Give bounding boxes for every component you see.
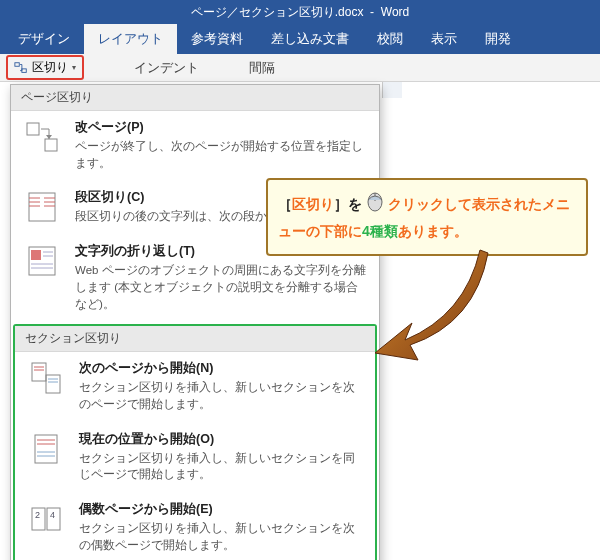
tab-mailings[interactable]: 差し込み文書 — [257, 24, 363, 54]
spacing-group-label: 間隔 — [249, 59, 275, 77]
svg-text:4: 4 — [50, 510, 55, 520]
callout-highlight: 区切り — [292, 196, 334, 212]
column-break-icon — [25, 189, 59, 225]
callout-text: ［ — [278, 196, 292, 212]
filename: ページ／セクション区切り.docx — [191, 5, 364, 19]
chevron-down-icon: ▾ — [72, 63, 76, 72]
next-page-icon — [29, 360, 63, 396]
tab-review[interactable]: 校閲 — [363, 24, 417, 54]
item-desc: Web ページのオブジェクトの周囲にある文字列を分離します (本文とオブジェクト… — [75, 262, 369, 312]
tab-design[interactable]: デザイン — [4, 24, 84, 54]
svg-rect-18 — [32, 363, 46, 381]
mouse-icon — [366, 190, 384, 220]
item-title: 偶数ページから開始(E) — [79, 501, 365, 518]
window-title: ページ／セクション区切り.docx - Word — [191, 4, 409, 21]
item-desc: セクション区切りを挿入し、新しいセクションを次の偶数ページで開始します。 — [79, 520, 365, 553]
section-breaks-group: セクション区切り 次のページから開始(N) セクション区切りを挿入し、新しいセク… — [13, 324, 377, 560]
page-break-icon — [25, 119, 59, 155]
callout-count: 4種類 — [362, 223, 398, 239]
svg-rect-13 — [31, 250, 41, 260]
svg-text:2: 2 — [35, 510, 40, 520]
section-breaks-header: セクション区切り — [15, 326, 375, 352]
svg-rect-5 — [29, 193, 55, 221]
annotation-arrow — [370, 245, 490, 365]
even-page-icon: 24 — [29, 501, 63, 537]
svg-rect-24 — [35, 435, 57, 463]
svg-rect-0 — [15, 62, 19, 66]
item-title: 改ページ(P) — [75, 119, 369, 136]
item-desc: セクション区切りを挿入し、新しいセクションを同じページで開始します。 — [79, 450, 365, 483]
ribbon-toolbar: 区切り ▾ インデント 間隔 — [0, 54, 600, 82]
title-bar: ページ／セクション区切り.docx - Word — [0, 0, 600, 24]
menu-item-page-break[interactable]: 改ページ(P) ページが終了し、次のページが開始する位置を指定します。 — [11, 111, 379, 181]
breaks-icon — [14, 61, 28, 75]
item-desc: セクション区切りを挿入し、新しいセクションを次のページで開始します。 — [79, 379, 365, 412]
item-desc: ページが終了し、次のページが開始する位置を指定します。 — [75, 138, 369, 171]
continuous-icon — [29, 431, 63, 467]
svg-rect-3 — [45, 139, 57, 151]
annotation-callout: ［区切り］を クリックして表示されたメニューの下部に4種類あります。 — [266, 178, 588, 256]
breaks-dropdown: ページ区切り 改ページ(P) ページが終了し、次のページが開始する位置を指定しま… — [10, 84, 380, 560]
menu-item-continuous[interactable]: 現在の位置から開始(O) セクション区切りを挿入し、新しいセクションを同じページ… — [15, 423, 375, 493]
item-title: 次のページから開始(N) — [79, 360, 365, 377]
menu-item-even-page[interactable]: 24 偶数ページから開始(E) セクション区切りを挿入し、新しいセクションを次の… — [15, 493, 375, 560]
callout-text: ］を — [334, 196, 366, 212]
ribbon-tabs: デザイン レイアウト 参考資料 差し込み文書 校閲 表示 開発 — [0, 24, 600, 54]
breaks-label: 区切り — [32, 59, 68, 76]
breaks-button[interactable]: 区切り ▾ — [6, 55, 84, 80]
svg-rect-1 — [22, 68, 26, 72]
tab-developer[interactable]: 開発 — [471, 24, 525, 54]
item-title: 現在の位置から開始(O) — [79, 431, 365, 448]
ruler-corner — [382, 82, 402, 98]
text-wrapping-icon — [25, 243, 59, 279]
app-name: Word — [381, 5, 409, 19]
svg-rect-21 — [46, 375, 60, 393]
tab-references[interactable]: 参考資料 — [177, 24, 257, 54]
svg-marker-4 — [46, 135, 52, 139]
page-breaks-header: ページ区切り — [11, 85, 379, 111]
indent-group-label: インデント — [134, 59, 199, 77]
tab-layout[interactable]: レイアウト — [84, 24, 177, 54]
svg-rect-2 — [27, 123, 39, 135]
tab-view[interactable]: 表示 — [417, 24, 471, 54]
callout-text: あります。 — [398, 223, 468, 239]
menu-item-next-page[interactable]: 次のページから開始(N) セクション区切りを挿入し、新しいセクションを次のページ… — [15, 352, 375, 422]
